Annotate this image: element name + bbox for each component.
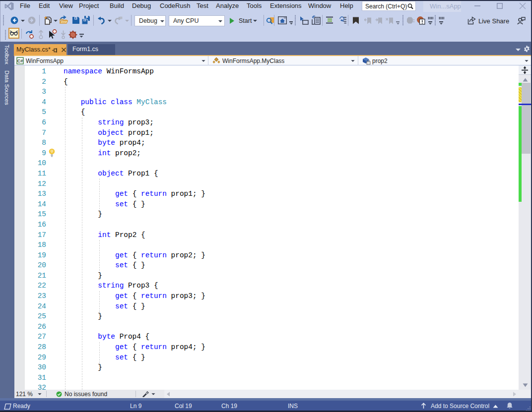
svg-text:C#: C# bbox=[17, 59, 23, 63]
